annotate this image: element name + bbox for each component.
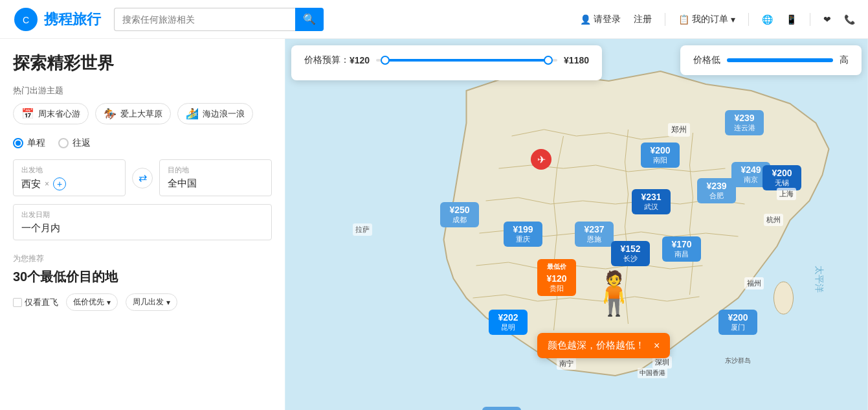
svg-point-4 — [774, 282, 794, 314]
marker-xiamen[interactable]: ¥200 厦门 — [718, 310, 757, 335]
weekend-icon: 📅 — [21, 108, 34, 120]
nav-headset[interactable]: 📞 — [844, 14, 855, 25]
marker-chengdu[interactable]: ¥250 成都 — [440, 202, 479, 227]
sort-price-button[interactable]: 低价优先 ▾ — [66, 293, 118, 311]
wuxi-price: ¥200 — [768, 168, 796, 178]
price-slider-right-thumb[interactable] — [544, 56, 553, 65]
heart-icon: ❤ — [823, 14, 831, 25]
tooltip-text: 颜色越深，价格越低！ — [548, 339, 645, 352]
lianyungang-city: 连云港 — [730, 123, 759, 133]
marker-changsha[interactable]: ¥152 长沙 — [611, 241, 650, 266]
enshi-price: ¥237 — [580, 224, 608, 234]
hefei-price: ¥239 — [702, 181, 731, 191]
theme-tag-grassland[interactable]: 🏇 爱上大草原 — [95, 103, 171, 124]
theme-tag-weekend[interactable]: 📅 周末省心游 — [13, 103, 89, 124]
nav-divider-2 — [748, 13, 749, 26]
lhasa-label: 拉萨 — [353, 223, 372, 236]
marker-hefei[interactable]: ¥239 合肥 — [697, 178, 736, 203]
marker-yunnan[interactable]: ¥244 云南 — [482, 407, 521, 410]
main-content: 探索精彩世界 热门出游主题 📅 周末省心游 🏇 爱上大草原 🏄 海边浪一浪 单程 — [0, 39, 868, 410]
single-trip-radio[interactable] — [13, 138, 23, 148]
kunming-price: ¥202 — [494, 312, 522, 323]
direct-flight-checkbox[interactable]: 仅看直飞 — [13, 297, 58, 308]
changsha-city: 长沙 — [616, 254, 645, 264]
chongqing-city: 重庆 — [509, 234, 537, 244]
nanchang-city: 南昌 — [667, 249, 696, 259]
logo-text: 携程旅行 — [44, 10, 101, 29]
marker-nanchang[interactable]: ¥170 南昌 — [662, 236, 701, 262]
from-clear-button[interactable]: × — [45, 179, 49, 188]
from-label: 出发地 — [21, 165, 117, 175]
wuxi-city: 无锡 — [768, 178, 796, 188]
svg-text:太平洋: 太平洋 — [814, 266, 825, 293]
from-field[interactable]: 出发地 西安 × + — [13, 159, 126, 196]
svg-text:C: C — [23, 15, 29, 25]
price-filter-panel: 价格预算： ¥120 ¥1180 — [291, 45, 602, 80]
date-label: 出发日期 — [21, 210, 263, 220]
price-filter-label: 价格预算： — [304, 54, 350, 66]
price-min-value: ¥120 — [350, 55, 370, 65]
price-slider-left-thumb[interactable] — [381, 56, 390, 65]
theme-tag-beach[interactable]: 🏄 海边浪一浪 — [177, 103, 253, 124]
map-area[interactable]: 太平洋 价格预算： ¥120 ¥1180 价格低 — [285, 39, 868, 410]
logo-icon: C — [13, 6, 39, 32]
logo[interactable]: C 携程旅行 — [13, 6, 101, 32]
search-bar: 🔍 — [114, 8, 324, 31]
to-field[interactable]: 目的地 全中国 — [159, 159, 272, 196]
nav-globe[interactable]: 🌐 — [762, 14, 773, 25]
nanning-label: 南宁 — [557, 358, 576, 370]
zhengzhou-label: 郑州 — [668, 123, 690, 137]
nav-orders[interactable]: 📋 我的订单 ▾ — [678, 14, 735, 25]
nanjing-city: 南京 — [737, 175, 765, 185]
hk-label: 中国香港 — [638, 368, 667, 378]
direct-flight-checkbox-box[interactable] — [13, 298, 22, 307]
origin-plane-marker: ✈ — [531, 149, 551, 170]
nav-register[interactable]: 注册 — [634, 14, 652, 25]
marker-nanyang[interactable]: ¥200 南阳 — [641, 142, 680, 168]
grassland-icon: 🏇 — [104, 108, 117, 120]
nav-divider-3 — [810, 13, 810, 26]
search-icon: 🔍 — [303, 13, 316, 25]
chengdu-price: ¥250 — [445, 205, 474, 215]
nav-divider-1 — [665, 13, 665, 26]
marker-wuhan[interactable]: ¥231 武汉 — [632, 189, 671, 214]
search-input[interactable] — [114, 8, 295, 31]
explore-title: 探索精彩世界 — [13, 52, 272, 74]
xiamen-city: 厦门 — [724, 323, 752, 332]
marker-wuxi[interactable]: ¥200 无锡 — [762, 165, 801, 190]
swap-button[interactable]: ⇄ — [132, 168, 153, 188]
price-slider-track[interactable] — [376, 59, 557, 62]
kunming-city: 昆明 — [494, 323, 522, 332]
guiyang-city: 贵阳 — [542, 284, 571, 293]
plane-icon: ✈ — [537, 154, 546, 166]
round-trip-radio[interactable] — [58, 138, 69, 148]
character-illustration: 🧍 — [588, 269, 640, 318]
from-add-button[interactable]: + — [53, 177, 66, 190]
sort-bar[interactable] — [727, 58, 833, 62]
nav-phone[interactable]: 📱 — [786, 14, 797, 25]
round-trip-option[interactable]: 往返 — [58, 137, 91, 149]
order-icon: 📋 — [678, 14, 689, 25]
shanghai-label: 上海 — [777, 188, 796, 200]
nav-heart[interactable]: ❤ — [823, 14, 831, 25]
price-filter-row: 价格预算： ¥120 ¥1180 — [304, 54, 589, 66]
theme-label: 热门出游主题 — [13, 85, 272, 97]
single-trip-option[interactable]: 单程 — [13, 137, 45, 149]
hefei-city: 合肥 — [702, 191, 731, 201]
marker-kunming[interactable]: ¥202 昆明 — [489, 310, 528, 335]
recommend-section: 为您推荐 30个最低价目的地 仅看直飞 低价优先 ▾ 周几出发 ▾ — [13, 253, 272, 311]
marker-guiyang[interactable]: 最低价 ¥120 贵阳 — [537, 259, 576, 296]
chengdu-city: 成都 — [445, 215, 474, 225]
marker-enshi[interactable]: ¥237 恩施 — [575, 222, 614, 247]
guiyang-price: ¥120 — [542, 273, 571, 284]
globe-icon: 🌐 — [762, 14, 773, 25]
nav-login[interactable]: 👤 请登录 — [580, 14, 621, 25]
marker-chongqing[interactable]: ¥199 重庆 — [504, 222, 542, 247]
marker-lianyungang[interactable]: ¥239 连云港 — [725, 110, 764, 135]
sort-day-button[interactable]: 周几出发 ▾ — [126, 293, 177, 311]
trip-type: 单程 往返 — [13, 137, 272, 149]
search-button[interactable]: 🔍 — [295, 8, 324, 31]
tooltip-close-button[interactable]: × — [654, 340, 660, 352]
date-field[interactable]: 出发日期 一个月内 — [13, 204, 272, 240]
header: C 携程旅行 🔍 👤 请登录 注册 📋 我的订单 ▾ 🌐 📱 — [0, 0, 868, 39]
